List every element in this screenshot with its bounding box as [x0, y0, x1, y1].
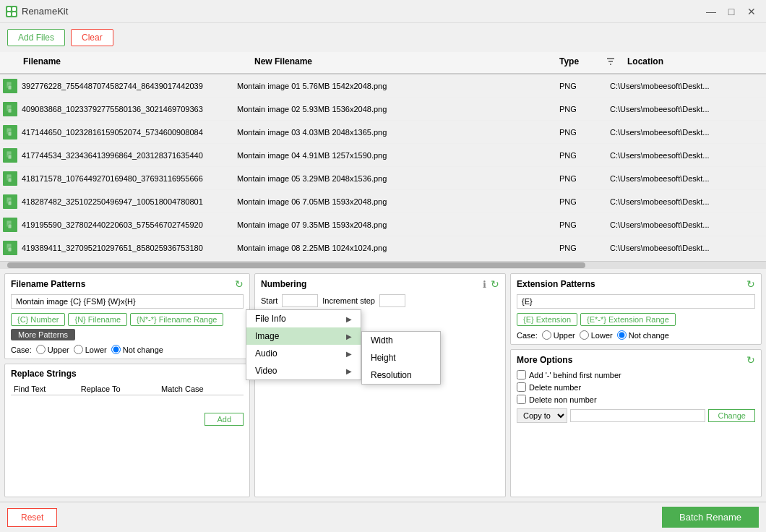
menu-item-audio[interactable]: Audio ▶ — [246, 345, 361, 362]
scrollbar-thumb[interactable] — [7, 262, 585, 268]
image-arrow-icon: ▶ — [346, 332, 352, 340]
delete-non-number-row: Delete non number — [517, 395, 755, 404]
maximize-button[interactable]: □ — [723, 4, 740, 19]
add-replace-button[interactable]: Add — [205, 413, 244, 426]
replace-col-match: Match Case — [158, 383, 244, 395]
copy-input[interactable] — [570, 409, 705, 422]
clear-button[interactable]: Clear — [71, 29, 113, 46]
menu-item-video[interactable]: Video ▶ — [246, 362, 361, 379]
ext-case-lower-label[interactable]: Lower — [580, 330, 613, 340]
ext-case-lower-radio[interactable] — [580, 330, 589, 340]
submenu-item-width[interactable]: Width — [362, 332, 440, 349]
file-icon — [3, 148, 17, 163]
table-row[interactable]: 418171578_1076449270169480_3769311695566… — [0, 167, 766, 190]
more-options-title: More Options — [517, 355, 572, 365]
numbering-refresh-icon[interactable]: ↻ — [491, 278, 499, 290]
numbering-panel: Numbering ℹ ↻ Start Increment step Paddi… — [254, 273, 506, 497]
submenu-item-resolution[interactable]: Resolution — [362, 366, 440, 384]
horizontal-scrollbar[interactable] — [0, 262, 766, 269]
ext-patterns-refresh-icon[interactable]: ↻ — [746, 278, 755, 290]
delete-number-label: Delete number — [529, 383, 581, 392]
delete-non-number-checkbox[interactable] — [517, 395, 526, 404]
case-label: Case: — [11, 346, 32, 354]
btn-more-patterns[interactable]: More Patterns — [11, 329, 75, 340]
replace-col-replace: Replace To — [78, 383, 158, 395]
case-nochange-radio[interactable] — [111, 345, 121, 354]
cell-filename: 418287482_325102250496947_10051800478080… — [17, 196, 231, 207]
ext-case-upper-radio[interactable] — [542, 330, 551, 340]
table-row[interactable]: 392776228_7554487074582744_8643901744203… — [0, 74, 766, 98]
reset-button[interactable]: Reset — [7, 508, 57, 527]
file-table-container: Filename New Filename Type Location 3927… — [0, 52, 766, 262]
add-dash-label: Add '-' behind first number — [529, 371, 621, 379]
ext-case-nochange-radio[interactable] — [617, 330, 627, 340]
bottom-panels: Filename Patterns ↻ {C} Number {N} Filen… — [0, 269, 766, 502]
filter-icon[interactable] — [604, 55, 621, 70]
cell-newfilename: Montain image 07 9.35MB 1593x2048.png — [231, 219, 554, 231]
btn-extension-range[interactable]: {E*-*} Extension Range — [580, 313, 676, 326]
ext-patterns-title: Extension Patterns — [517, 279, 595, 289]
svg-rect-10 — [8, 108, 12, 113]
svg-rect-20 — [8, 224, 12, 228]
btn-filename-range[interactable]: {N*-*} Filename Range — [130, 313, 223, 326]
numbering-start-row: Start Increment step — [261, 294, 499, 307]
table-row[interactable]: 417144650_10232816159052074_573460090808… — [0, 121, 766, 144]
cell-location: C:\Users\mobeesoft\Deskt... — [604, 80, 766, 92]
svg-rect-8 — [8, 85, 12, 90]
file-icon — [3, 125, 17, 140]
cell-newfilename: Montain image 08 2.25MB 1024x1024.png — [231, 242, 554, 254]
replace-strings-header: Replace Strings — [11, 369, 244, 379]
btn-extension[interactable]: {E} Extension — [517, 313, 577, 326]
batch-rename-button[interactable]: Batch Rename — [662, 507, 759, 528]
image-submenu: Width Height Resolution — [361, 331, 441, 385]
add-dash-checkbox[interactable] — [517, 370, 526, 379]
increment-input[interactable] — [379, 294, 405, 307]
ext-pattern-input[interactable] — [517, 294, 755, 309]
cell-location: C:\Users\mobeesoft\Deskt... — [604, 219, 766, 231]
case-lower-radio[interactable] — [74, 345, 83, 354]
file-icon — [3, 102, 17, 116]
case-nochange-label[interactable]: Not change — [111, 345, 163, 354]
menu-item-image[interactable]: Image ▶ — [246, 327, 361, 345]
ext-case-upper-label[interactable]: Upper — [542, 330, 575, 340]
case-upper-label[interactable]: Upper — [36, 345, 69, 354]
file-table-body: 392776228_7554487074582744_8643901744203… — [0, 74, 766, 255]
btn-filename[interactable]: {N} Filename — [68, 313, 127, 326]
change-button[interactable]: Change — [708, 409, 755, 422]
col-header-location: Location — [621, 55, 766, 70]
btn-number[interactable]: {C} Number — [11, 313, 65, 326]
ext-buttons: {E} Extension {E*-*} Extension Range — [517, 313, 755, 326]
case-row: Case: Upper Lower Not change — [11, 345, 244, 354]
filename-patterns-refresh-icon[interactable]: ↻ — [235, 278, 244, 290]
pattern-buttons: {C} Number {N} Filename {N*-*} Filename … — [11, 313, 244, 340]
submenu-item-height[interactable]: Height — [362, 349, 440, 366]
minimize-button[interactable]: — — [702, 4, 720, 19]
table-row[interactable]: 409083868_10233792775580136_302146970936… — [0, 98, 766, 121]
case-lower-label[interactable]: Lower — [74, 345, 107, 354]
filename-pattern-input[interactable] — [11, 294, 244, 309]
cell-type: PNG — [554, 242, 604, 254]
copy-select[interactable]: Copy to Move to — [517, 408, 567, 423]
delete-number-checkbox[interactable] — [517, 382, 526, 392]
close-button[interactable]: ✕ — [743, 4, 760, 19]
add-files-button[interactable]: Add Files — [7, 29, 65, 46]
submenu-width-label: Width — [371, 335, 393, 346]
table-row[interactable]: 419389411_327095210297651_85802593675318… — [0, 236, 766, 255]
cell-newfilename: Montain image 06 7.05MB 1593x2048.png — [231, 196, 554, 207]
ext-case-nochange-label[interactable]: Not change — [617, 330, 669, 340]
svg-rect-22 — [8, 247, 12, 252]
submenu-height-label: Height — [371, 353, 396, 363]
file-icon — [3, 241, 17, 255]
ext-case-row: Case: Upper Lower Not change — [517, 330, 755, 340]
more-options-header: More Options ↻ — [517, 354, 755, 366]
start-input[interactable] — [282, 294, 318, 307]
table-row[interactable]: 418287482_325102250496947_10051800478080… — [0, 190, 766, 213]
case-upper-radio[interactable] — [36, 345, 46, 354]
more-options-refresh-icon[interactable]: ↻ — [746, 354, 755, 366]
replace-strings-title: Replace Strings — [11, 369, 77, 379]
replace-strings-panel: Replace Strings Find Text Replace To Mat… — [4, 364, 250, 497]
table-row[interactable]: 419195590_327802440220603_57554670274592… — [0, 213, 766, 236]
menu-item-fileinfo[interactable]: File Info ▶ — [246, 310, 361, 327]
table-row[interactable]: 417744534_323436413996864_20312837163544… — [0, 144, 766, 167]
svg-rect-14 — [8, 155, 12, 159]
